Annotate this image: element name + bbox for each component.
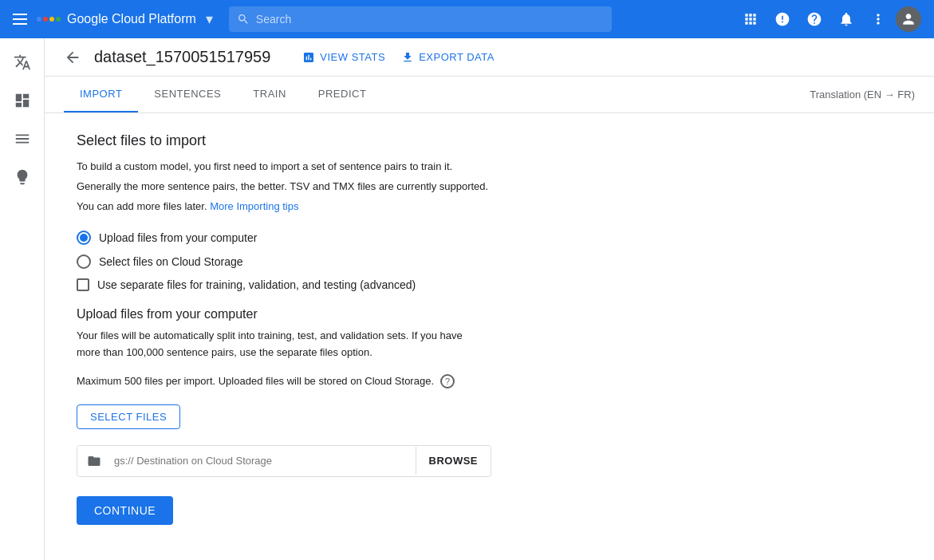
search-input[interactable]: [256, 13, 604, 26]
radio-cloud-storage[interactable]: Select files on Cloud Storage: [77, 254, 902, 269]
upload-description: Your files will be automatically split i…: [77, 328, 902, 361]
description-line1: To build a custom model, you first need …: [77, 159, 902, 175]
tab-sentences[interactable]: SENTENCES: [138, 77, 237, 112]
upload-section-title: Upload files from your computer: [77, 307, 902, 321]
apps-icon-button[interactable]: [736, 5, 765, 34]
view-stats-button[interactable]: VIEW STATS: [302, 51, 385, 64]
folder-icon: [77, 446, 111, 476]
notifications-icon-button[interactable]: [832, 5, 861, 34]
description-line3: You can add more files later. More Impor…: [77, 199, 902, 215]
more-importing-tips-link[interactable]: More Importing tips: [210, 200, 298, 212]
more-options-button[interactable]: [864, 5, 893, 34]
help-icon[interactable]: ?: [440, 374, 455, 388]
radio-upload-label: Upload files from your computer: [99, 231, 257, 244]
continue-button[interactable]: CONTINUE: [77, 496, 173, 525]
header-actions: VIEW STATS EXPORT DATA: [302, 51, 495, 64]
tabs-bar: IMPORT SENTENCES TRAIN PREDICT Translati…: [45, 77, 934, 113]
back-button[interactable]: [64, 49, 81, 66]
radio-group: Upload files from your computer Select f…: [77, 231, 902, 269]
language-info: Translation (EN → FR): [810, 77, 915, 112]
tab-train[interactable]: TRAIN: [237, 77, 302, 112]
content-area: dataset_1570051517959 VIEW STATS EXPORT …: [45, 38, 934, 560]
export-data-button[interactable]: EXPORT DATA: [401, 51, 495, 64]
help-icon-button[interactable]: [800, 5, 829, 34]
tab-predict[interactable]: PREDICT: [302, 77, 383, 112]
project-chevron-icon[interactable]: ▾: [206, 10, 213, 28]
storage-destination-input[interactable]: [111, 447, 416, 475]
sidebar-item-bulb[interactable]: [5, 160, 40, 195]
tab-import[interactable]: IMPORT: [64, 77, 138, 112]
section-title: Select files to import: [77, 132, 902, 149]
checkbox-group: Use separate files for training, validat…: [77, 278, 902, 291]
dataset-title: dataset_1570051517959: [94, 48, 270, 66]
checkbox-indicator: [77, 278, 89, 291]
radio-upload-indicator: [77, 231, 91, 245]
description-line2: Generally the more sentence pairs, the b…: [77, 179, 902, 195]
browse-button[interactable]: BROWSE: [416, 447, 491, 475]
checkbox-label: Use separate files for training, validat…: [97, 278, 416, 291]
tabs-list: IMPORT SENTENCES TRAIN PREDICT: [64, 77, 382, 112]
radio-cloud-label: Select files on Cloud Storage: [99, 255, 243, 268]
menu-button[interactable]: [13, 14, 27, 25]
user-avatar[interactable]: [896, 6, 921, 32]
radio-cloud-indicator: [77, 254, 91, 269]
sidebar: [0, 38, 45, 560]
google-dots-icon: [37, 17, 61, 22]
search-icon: [237, 13, 250, 26]
search-bar[interactable]: [229, 6, 612, 32]
storage-destination-input-row: BROWSE: [77, 445, 491, 477]
page-content: Select files to import To build a custom…: [45, 113, 934, 544]
app-logo: Google Cloud Platform: [37, 12, 196, 26]
sidebar-item-translate[interactable]: [5, 45, 40, 80]
alert-icon-button[interactable]: [768, 5, 797, 34]
sidebar-item-list[interactable]: [5, 121, 40, 156]
radio-upload-computer[interactable]: Upload files from your computer: [77, 231, 902, 245]
app-name: Google Cloud Platform: [67, 12, 196, 26]
checkbox-separate-files[interactable]: Use separate files for training, validat…: [77, 278, 902, 291]
topbar-right: [736, 5, 921, 34]
main-layout: dataset_1570051517959 VIEW STATS EXPORT …: [0, 38, 934, 560]
header-bar: dataset_1570051517959 VIEW STATS EXPORT …: [45, 38, 934, 77]
topbar: Google Cloud Platform ▾: [0, 0, 934, 38]
select-files-button[interactable]: SELECT FILES: [77, 404, 180, 429]
sidebar-item-dashboard[interactable]: [5, 83, 40, 118]
storage-info: Maximum 500 files per import. Uploaded f…: [77, 374, 902, 388]
